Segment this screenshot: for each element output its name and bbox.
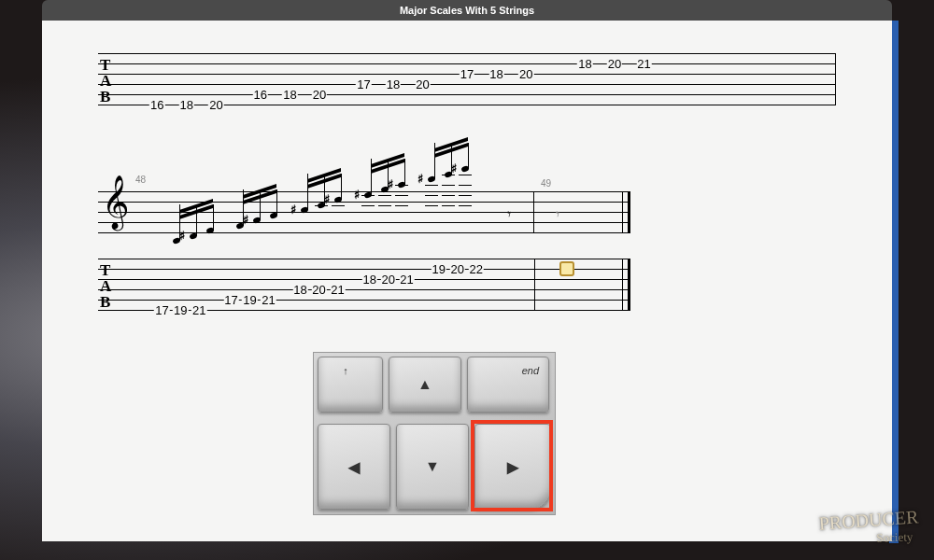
arrow-down-key: ▼: [396, 424, 469, 510]
tab-label: T A B: [100, 262, 111, 310]
fret-number: 21: [261, 293, 276, 307]
fret-number: 20: [450, 262, 465, 276]
fret-number: 18: [361, 273, 376, 287]
fret-number: 18: [488, 67, 503, 81]
fret-number: 20: [518, 67, 533, 81]
notation-staff: 48 49 𝄞 𝄾 𝄾 ♯♯♯♯♯♯♯♯: [98, 175, 630, 249]
fret-number: 18: [577, 57, 592, 71]
fret-number: 20: [208, 98, 223, 112]
arrow-left-key: ◀: [318, 424, 390, 510]
fret-number: 21: [636, 57, 651, 71]
fret-number: 17: [356, 77, 371, 91]
window-title: Major Scales With 5 Strings: [42, 0, 892, 21]
edit-cursor[interactable]: [559, 261, 574, 276]
fret-number: 19: [242, 293, 257, 307]
fret-number: 20: [312, 88, 327, 102]
fret-number: 19: [432, 262, 446, 276]
fret-number: 21: [399, 273, 414, 287]
document-page: 161820161820171820171820182021 T A B 48 …: [42, 21, 892, 541]
end-key: end: [467, 357, 549, 413]
fret-number: 20: [607, 57, 622, 71]
fret-number: 18: [282, 88, 297, 102]
fret-number: 16: [253, 88, 268, 102]
shift-up-key: ↑: [318, 357, 383, 413]
tab-staff-2: 171921171921182021182021192022 T A B: [98, 259, 630, 324]
fret-number: 21: [191, 303, 206, 317]
final-barline: [628, 259, 630, 310]
fret-number: 20: [415, 77, 430, 91]
fret-number: 18: [386, 77, 401, 91]
keyboard-overlay: ↑ ▲ end ◀ ▼ ▶: [313, 352, 556, 515]
fret-number: 20: [311, 283, 326, 297]
treble-clef-icon: 𝄞: [102, 178, 130, 225]
final-barline: [628, 191, 630, 232]
fret-number: 18: [179, 98, 194, 112]
fret-number: 17: [154, 303, 169, 317]
fret-number: 16: [149, 98, 164, 112]
measure-number: 48: [135, 175, 146, 185]
highlight-box: [471, 420, 553, 511]
arrow-up-key: ▲: [389, 357, 461, 413]
fret-number: 17: [223, 293, 238, 307]
fret-number: 17: [460, 67, 474, 81]
fret-number: 20: [380, 273, 395, 287]
fret-number: 21: [330, 283, 345, 297]
tab-label: T A B: [100, 57, 111, 105]
watermark-logo: PRODUCER Society: [811, 483, 927, 556]
tab-staff-1: 161820161820171820171820182021 T A B: [98, 53, 836, 119]
fret-number: 22: [468, 262, 483, 276]
fret-number: 19: [173, 303, 188, 317]
fret-number: 18: [292, 283, 307, 297]
measure-number: 49: [541, 178, 551, 189]
barline: [533, 191, 534, 232]
